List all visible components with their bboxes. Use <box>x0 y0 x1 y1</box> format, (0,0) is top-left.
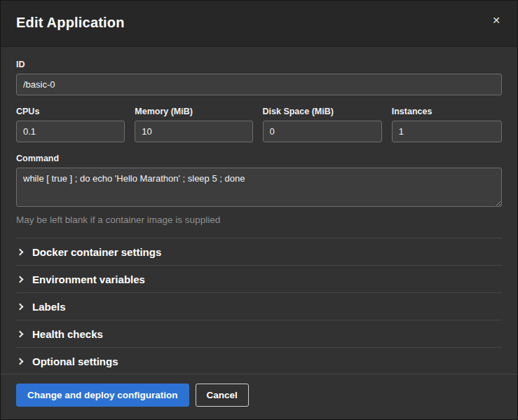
modal-footer: Change and deploy configuration Cancel <box>1 374 517 419</box>
cpus-field-group: CPUs <box>16 107 125 142</box>
id-field-group: ID <box>16 60 502 95</box>
cpus-label: CPUs <box>16 107 125 116</box>
section-label: Labels <box>32 301 66 313</box>
command-input[interactable]: while [ true ] ; do echo 'Hello Marathon… <box>16 168 502 207</box>
change-and-deploy-button[interactable]: Change and deploy configuration <box>16 384 189 407</box>
chevron-right-icon <box>17 303 24 310</box>
modal-header: Edit Application ✕ <box>1 1 517 47</box>
close-icon[interactable]: ✕ <box>491 14 502 27</box>
chevron-right-icon <box>17 330 24 337</box>
memory-input[interactable] <box>135 121 252 142</box>
command-label: Command <box>16 154 502 163</box>
instances-field-group: Instances <box>392 107 502 142</box>
id-input[interactable] <box>16 74 502 95</box>
section-label: Optional settings <box>32 355 118 367</box>
command-help-text: May be left blank if a container image i… <box>16 215 502 225</box>
disk-space-field-group: Disk Space (MiB) <box>263 107 382 142</box>
memory-field-group: Memory (MiB) <box>135 107 252 142</box>
memory-label: Memory (MiB) <box>135 107 252 116</box>
id-label: ID <box>16 60 502 69</box>
section-docker-container-settings[interactable]: Docker container settings <box>16 238 502 265</box>
modal-body: ID CPUs Memory (MiB) Disk Space (MiB) In… <box>1 47 517 374</box>
section-labels[interactable]: Labels <box>16 292 502 320</box>
collapsible-sections: Docker container settings Environment va… <box>16 238 502 374</box>
command-field-group: Command while [ true ] ; do echo 'Hello … <box>16 154 502 225</box>
section-optional-settings[interactable]: Optional settings <box>16 347 502 374</box>
chevron-right-icon <box>17 358 24 365</box>
edit-application-modal: Edit Application ✕ ID CPUs Memory (MiB) … <box>0 0 518 420</box>
instances-input[interactable] <box>392 121 502 142</box>
chevron-right-icon <box>17 248 24 255</box>
chevron-right-icon <box>17 276 24 283</box>
section-health-checks[interactable]: Health checks <box>16 320 502 347</box>
section-environment-variables[interactable]: Environment variables <box>16 265 502 292</box>
resources-row: CPUs Memory (MiB) Disk Space (MiB) Insta… <box>16 107 502 142</box>
instances-label: Instances <box>392 107 502 116</box>
section-label: Health checks <box>32 328 103 340</box>
section-label: Environment variables <box>32 273 145 285</box>
disk-space-label: Disk Space (MiB) <box>263 107 382 116</box>
section-label: Docker container settings <box>32 246 161 258</box>
cancel-button[interactable]: Cancel <box>196 384 249 407</box>
modal-title: Edit Application <box>16 15 125 31</box>
cpus-input[interactable] <box>16 121 125 142</box>
disk-space-input[interactable] <box>263 121 382 142</box>
